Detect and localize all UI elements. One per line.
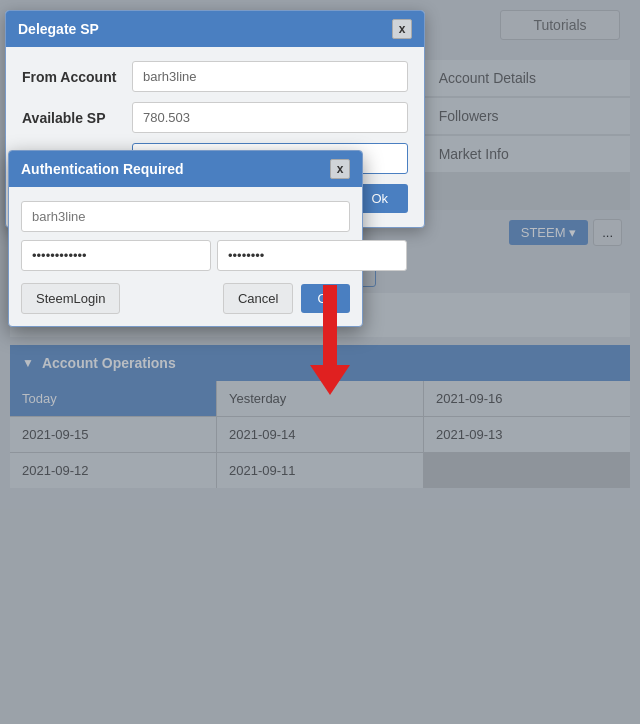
auth-close-button[interactable]: x [330, 159, 350, 179]
auth-buttons: SteemLogin Cancel Ok [21, 283, 350, 314]
delegate-title: Delegate SP [18, 21, 99, 37]
auth-username-input[interactable] [21, 201, 350, 232]
arrow-head [310, 365, 350, 395]
cancel-button[interactable]: Cancel [223, 283, 293, 314]
red-arrow-indicator [310, 285, 350, 395]
available-sp-row: Available SP [22, 102, 408, 133]
available-sp-label: Available SP [22, 110, 132, 126]
auth-title: Authentication Required [21, 161, 184, 177]
delegate-close-button[interactable]: x [392, 19, 412, 39]
auth-pass-row [21, 240, 350, 271]
from-account-row: From Account [22, 61, 408, 92]
delegate-titlebar: Delegate SP x [6, 11, 424, 47]
auth-titlebar: Authentication Required x [9, 151, 362, 187]
from-account-input[interactable] [132, 61, 408, 92]
available-sp-input[interactable] [132, 102, 408, 133]
steemlogin-button[interactable]: SteemLogin [21, 283, 120, 314]
auth-password2-input[interactable] [217, 240, 407, 271]
arrow-shaft [323, 285, 337, 365]
from-account-label: From Account [22, 69, 132, 85]
auth-password1-input[interactable] [21, 240, 211, 271]
